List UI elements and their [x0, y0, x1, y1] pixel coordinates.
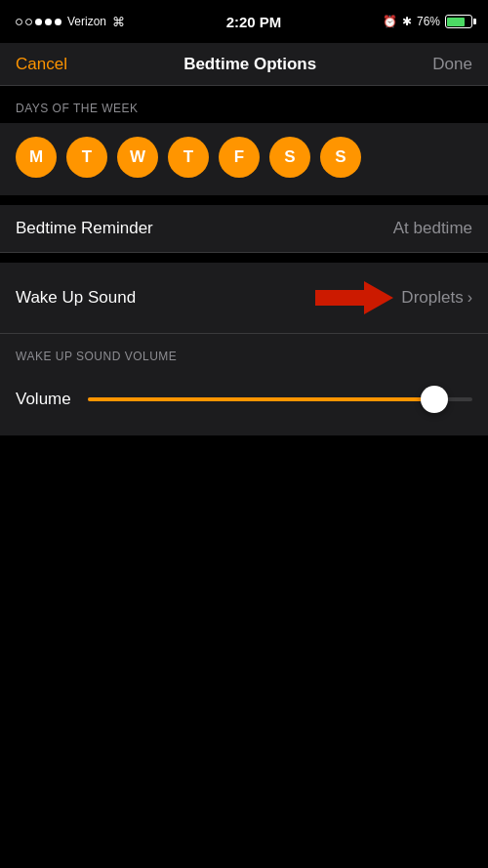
svg-marker-0	[315, 281, 393, 314]
status-bar: Verizon ⌘ 2:20 PM ⏰ ✱ 76%	[0, 0, 488, 43]
red-arrow-icon	[315, 276, 393, 319]
bluetooth-icon: ✱	[402, 15, 412, 28]
bedtime-reminder-value: At bedtime	[393, 219, 472, 238]
bottom-area	[0, 435, 488, 846]
days-row: M T W T F S S	[16, 137, 472, 178]
wifi-icon: ⌘	[112, 15, 125, 29]
day-saturday[interactable]: S	[269, 137, 310, 178]
wake-up-sound-label: Wake Up Sound	[16, 288, 136, 308]
status-left: Verizon ⌘	[16, 15, 125, 29]
day-thursday[interactable]: T	[168, 137, 209, 178]
day-monday[interactable]: M	[16, 137, 57, 178]
volume-slider[interactable]	[88, 385, 472, 414]
status-right: ⏰ ✱ 76%	[383, 15, 472, 28]
days-section-label: DAYS OF THE WEEK	[0, 86, 488, 123]
slider-track	[88, 397, 472, 401]
status-time: 2:20 PM	[226, 14, 282, 30]
nav-bar: Cancel Bedtime Options Done	[0, 43, 488, 86]
slider-fill	[88, 397, 434, 401]
battery-percent: 76%	[417, 15, 440, 28]
carrier-label: Verizon	[67, 15, 106, 28]
day-friday[interactable]: F	[219, 137, 260, 178]
wake-up-sound-row[interactable]: Wake Up Sound Droplets ›	[0, 263, 488, 333]
volume-section: Volume	[0, 371, 488, 435]
volume-row: Volume	[16, 385, 472, 422]
cancel-button[interactable]: Cancel	[16, 55, 67, 74]
divider-2	[0, 253, 488, 263]
alarm-icon: ⏰	[383, 15, 397, 28]
signal-dot-3	[35, 19, 42, 25]
volume-label: Volume	[16, 390, 74, 409]
signal-dot-1	[16, 19, 22, 25]
signal-dots	[16, 19, 61, 25]
chevron-icon: ›	[468, 289, 472, 307]
page-title: Bedtime Options	[183, 55, 316, 74]
signal-dot-2	[25, 19, 32, 25]
signal-dot-4	[45, 19, 52, 25]
signal-dot-5	[55, 19, 61, 25]
battery-fill	[447, 18, 464, 26]
bedtime-reminder-row[interactable]: Bedtime Reminder At bedtime	[0, 205, 488, 253]
day-tuesday[interactable]: T	[66, 137, 107, 178]
done-button[interactable]: Done	[432, 55, 472, 74]
days-section: M T W T F S S	[0, 123, 488, 195]
slider-thumb[interactable]	[421, 386, 448, 413]
battery-icon	[445, 15, 472, 28]
day-wednesday[interactable]: W	[117, 137, 158, 178]
volume-section-label: WAKE UP SOUND VOLUME	[0, 334, 488, 371]
wake-up-sound-right: Droplets ›	[315, 276, 472, 319]
battery-container	[445, 15, 472, 28]
wake-up-sound-value: Droplets ›	[401, 288, 472, 308]
divider-1	[0, 195, 488, 205]
day-sunday[interactable]: S	[320, 137, 361, 178]
bedtime-reminder-label: Bedtime Reminder	[16, 219, 153, 238]
